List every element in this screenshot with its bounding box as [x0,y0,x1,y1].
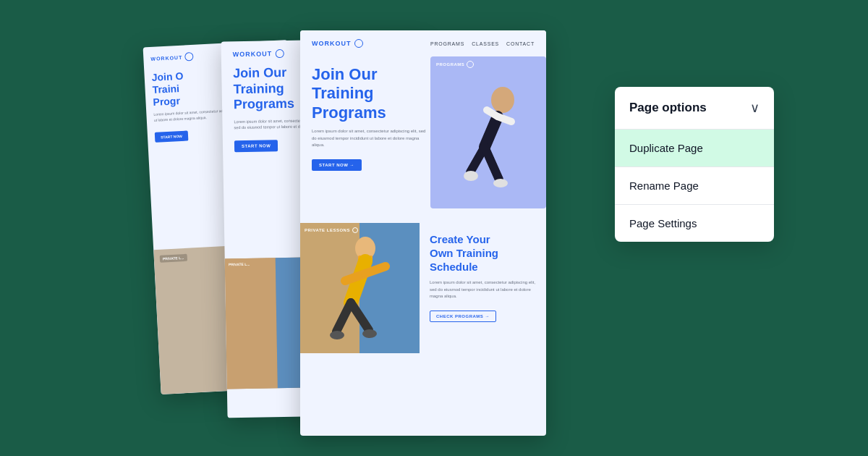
page-settings-item[interactable]: Page Settings [615,205,774,242]
front-logo-icon [354,39,363,48]
svg-line-12 [485,147,499,180]
private-lessons-label: PRIVATE LESSONS [305,227,358,233]
svg-point-22 [330,331,344,339]
front-hero-cta: START NOW → [312,159,362,171]
section2-cta: CHECK PROGRAMS → [430,311,496,322]
nav-programs: PROGRAMS [430,41,464,46]
svg-line-8 [485,117,498,147]
mid-private-label: PRIVATE L... [229,262,250,267]
front-section2-text: Create Your Own Training Schedule Lorem … [420,223,546,353]
front-card-nav-links: PROGRAMS CLASSES CONTACT [430,41,535,46]
section2-title: Create Your Own Training Schedule [430,233,536,274]
svg-point-14 [493,179,508,187]
page-options-panel: Page options ∨ Duplicate Page Rename Pag… [615,87,774,242]
athlete-running-svg [430,78,546,208]
front-hero-text: Join Our Training Programs Lorem ipsum d… [300,56,438,180]
front-hero-section: Join Our Training Programs Lorem ipsum d… [300,56,546,216]
rename-page-item[interactable]: Rename Page [615,167,774,205]
page-options-title: Page options [629,101,707,115]
front-hero-title: Join Our Training Programs [312,65,426,122]
nav-classes: CLASSES [472,41,499,46]
logo-icon [184,52,194,62]
front-hero-para: Lorem ipsum dolor sit amet, consectetur … [312,128,426,149]
svg-point-13 [464,171,478,181]
back-card-cta: START NOW [155,131,189,143]
svg-line-21 [351,303,369,330]
duplicate-page-item[interactable]: Duplicate Page [615,130,774,167]
front-page-card: WORKOUT PROGRAMS CLASSES CONTACT Join Ou… [300,30,546,436]
private-lessons-image: PRIVATE LESSONS [300,223,420,353]
nav-contact: CONTACT [506,41,535,46]
mid-logo-icon [275,49,284,58]
svg-point-23 [362,329,377,338]
runner-svg [300,223,420,353]
page-options-header[interactable]: Page options ∨ [615,87,774,130]
front-card-logo: WORKOUT [312,39,363,48]
programs-label: PROGRAMS [430,56,546,72]
mid-card-cta: START NOW [234,140,278,152]
chevron-down-icon: ∨ [750,100,760,116]
programs-image-block: PROGRAMS [430,56,546,208]
svg-point-6 [491,87,514,113]
front-section2: PRIVATE LESSONS Create Your Own Training [300,223,546,353]
front-card-nav: WORKOUT PROGRAMS CLASSES CONTACT [300,30,546,56]
svg-line-10 [498,117,511,122]
section2-para: Lorem ipsum dolor sit amet, consectetur … [430,279,536,300]
private-lessons-label: PRIVATE L... [160,254,187,263]
